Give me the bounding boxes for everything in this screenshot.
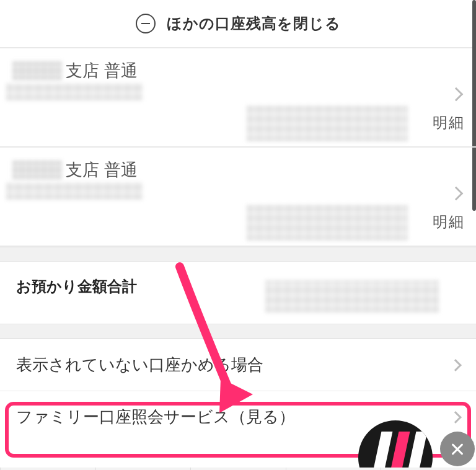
redacted-balance bbox=[247, 205, 408, 241]
redacted-branch-name bbox=[12, 161, 62, 179]
missing-account-link[interactable]: 表示されていない口座かめる場合 bbox=[0, 339, 476, 391]
minus-circle-icon bbox=[136, 14, 156, 33]
account-title: 支店 普通 bbox=[12, 60, 460, 82]
close-other-balances-toggle[interactable]: ほかの口座残高を閉じる bbox=[0, 0, 476, 48]
detail-link-label: 明細 bbox=[433, 113, 465, 133]
redacted-branch-name bbox=[12, 61, 62, 80]
bottom-nav-placeholder bbox=[0, 468, 476, 470]
chevron-right-icon bbox=[449, 359, 462, 371]
detail-link-label: 明細 bbox=[433, 212, 465, 232]
redacted-account-number bbox=[6, 182, 143, 200]
account-title: 支店 普通 bbox=[12, 159, 460, 181]
redacted-balance bbox=[247, 105, 408, 141]
total-deposit-row: お預かり金額合計 bbox=[0, 262, 476, 324]
link-label: ファミリー口座照会サービス（見る） bbox=[16, 406, 295, 428]
section-divider bbox=[0, 247, 476, 262]
account-type-label: 支店 普通 bbox=[66, 60, 138, 82]
redacted-account-number bbox=[6, 83, 143, 100]
chevron-right-icon bbox=[449, 87, 464, 102]
chevron-right-icon bbox=[449, 411, 462, 423]
redacted-total-amount bbox=[265, 280, 439, 313]
section-divider bbox=[0, 324, 476, 339]
account-type-label: 支店 普通 bbox=[66, 159, 138, 181]
close-fab-button[interactable] bbox=[440, 432, 475, 466]
account-row[interactable]: 支店 普通 明細 bbox=[0, 48, 476, 148]
link-label: 表示されていない口座かめる場合 bbox=[16, 354, 263, 376]
account-row[interactable]: 支店 普通 明細 bbox=[0, 148, 476, 247]
chevron-right-icon bbox=[449, 187, 464, 201]
collapse-label: ほかの口座残高を閉じる bbox=[167, 14, 341, 33]
